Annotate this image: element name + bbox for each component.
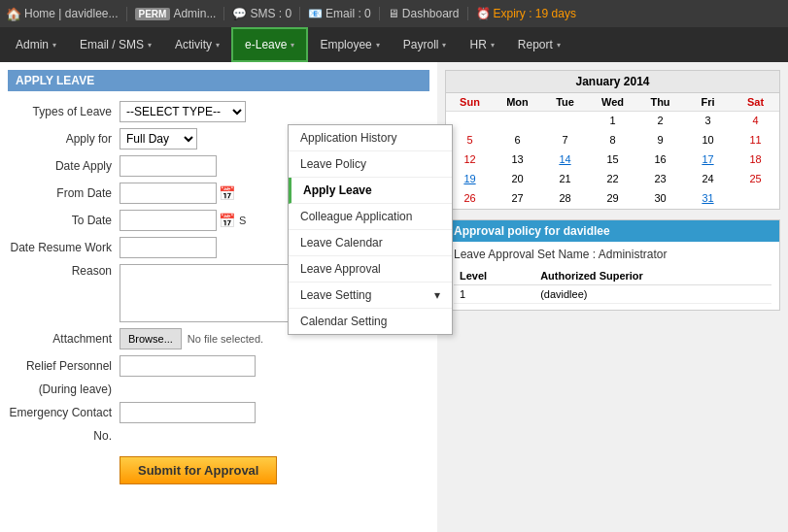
to-date-calendar-icon[interactable]: 📅 xyxy=(219,213,235,228)
cal-cell xyxy=(446,112,494,131)
top-bar: 🏠 Home | davidlee... PERM Admin... 💬 SMS… xyxy=(0,0,788,27)
submit-row: Submit for Approval xyxy=(8,449,429,484)
date-apply-input[interactable]: 2014-01-14 xyxy=(120,155,217,177)
nav-employee-label: Employee xyxy=(320,38,371,51)
nav-employee[interactable]: Employee ▾ xyxy=(308,27,391,62)
home-item[interactable]: 🏠 Home | davidlee... xyxy=(6,7,127,21)
attachment-label: Attachment xyxy=(8,332,120,346)
types-of-leave-label: Types of Leave xyxy=(8,105,120,118)
during-leave-label: (During leave) xyxy=(8,382,120,396)
dropdown-item-colleague-app[interactable]: Colleague Application xyxy=(289,204,452,230)
expiry-label: Expiry : 19 days xyxy=(494,7,576,20)
approval-level: 1 xyxy=(454,285,534,304)
calendar-title: January 2014 xyxy=(446,71,779,92)
no-label: No. xyxy=(8,429,120,443)
cal-cell-17[interactable]: 17 xyxy=(684,150,732,170)
leave-setting-label: Leave Setting xyxy=(300,288,371,302)
cal-cell: 6 xyxy=(494,131,541,150)
nav-payroll-label: Payroll xyxy=(403,38,439,51)
cal-cell: 16 xyxy=(636,150,684,170)
cal-cell-14[interactable]: 14 xyxy=(541,150,589,170)
types-of-leave-select[interactable]: --SELECT TYPE-- xyxy=(120,101,246,122)
col-level: Level xyxy=(454,267,534,285)
cal-header-sat: Sat xyxy=(732,93,779,112)
dashboard-item[interactable]: 🖥 Dashboard xyxy=(388,7,468,20)
sms-icon: 💬 xyxy=(232,7,247,20)
cal-cell: 28 xyxy=(541,189,589,209)
to-date-label: To Date xyxy=(8,214,120,227)
nav-payroll[interactable]: Payroll ▾ xyxy=(392,27,459,62)
nav-hr[interactable]: HR ▾ xyxy=(458,27,505,62)
browse-button[interactable]: Browse... xyxy=(120,328,182,349)
approval-header: Approval policy for davidlee xyxy=(446,220,779,242)
cal-cell: 27 xyxy=(494,189,541,209)
during-leave-row: (During leave) xyxy=(8,382,429,396)
cal-cell: 18 xyxy=(732,150,779,170)
home-label: Home | davidlee... xyxy=(24,7,119,20)
section-title: APPLY LEAVE xyxy=(8,70,429,91)
cal-cell: 30 xyxy=(636,189,684,209)
nav-email-sms[interactable]: Email / SMS ▾ xyxy=(68,27,163,62)
apply-for-select[interactable]: Full Day xyxy=(120,128,197,150)
calendar: January 2014 Sun Mon Tue Wed Thu Fri Sat… xyxy=(445,70,780,210)
dropdown-item-app-history[interactable]: Application History xyxy=(289,125,452,151)
emergency-row: Emergency Contact xyxy=(8,402,429,423)
dropdown-item-leave-policy[interactable]: Leave Policy xyxy=(289,151,452,178)
cal-cell: 13 xyxy=(494,150,541,170)
cal-cell: 26 xyxy=(446,189,494,209)
approval-row: 1 (davidlee) xyxy=(454,285,771,304)
date-apply-label: Date Apply xyxy=(8,159,120,173)
relief-label: Relief Personnel xyxy=(8,359,120,373)
dashboard-label: Dashboard xyxy=(402,7,460,20)
nav-admin[interactable]: Admin ▾ xyxy=(4,27,68,62)
approval-set-value: Administrator xyxy=(599,248,668,261)
apply-for-label: Apply for xyxy=(8,132,120,146)
cal-cell: 25 xyxy=(732,170,779,189)
submenu-arrow-icon: ▾ xyxy=(434,288,440,302)
cal-cell: 29 xyxy=(589,189,636,209)
dashboard-icon: 🖥 xyxy=(388,7,399,20)
date-resume-input[interactable] xyxy=(120,237,217,258)
nav-e-leave-label: e-Leave xyxy=(245,38,287,51)
email-icon: 📧 xyxy=(308,7,323,20)
cal-header-wed: Wed xyxy=(589,93,636,112)
nav-report[interactable]: Report ▾ xyxy=(506,27,572,62)
perm-item: PERM Admin... xyxy=(135,7,225,20)
approval-set-label: Leave Approval Set Name : xyxy=(454,248,596,261)
nav-admin-label: Admin xyxy=(16,38,49,51)
relief-input[interactable] xyxy=(120,355,256,377)
approval-panel: Approval policy for davidlee Leave Appro… xyxy=(445,219,780,311)
right-panel: January 2014 Sun Mon Tue Wed Thu Fri Sat… xyxy=(437,62,788,532)
nav-activity-label: Activity xyxy=(175,38,212,51)
cal-cell xyxy=(494,112,541,131)
from-date-calendar-icon[interactable]: 📅 xyxy=(219,185,235,201)
chevron-down-icon: ▾ xyxy=(216,41,220,50)
nav-activity[interactable]: Activity ▾ xyxy=(163,27,231,62)
submit-button[interactable]: Submit for Approval xyxy=(120,456,277,484)
e-leave-dropdown: Application History Leave Policy Apply L… xyxy=(288,124,453,335)
cal-cell: 11 xyxy=(732,131,779,150)
dropdown-item-leave-setting[interactable]: Leave Setting ▾ xyxy=(289,283,452,309)
to-date-input[interactable]: 2014-01-14 xyxy=(120,210,217,231)
cal-cell: 4 xyxy=(732,112,779,131)
attachment-control: Browse... No file selected. xyxy=(120,328,263,349)
expiry-item: ⏰ Expiry : 19 days xyxy=(476,7,584,20)
nav-e-leave[interactable]: e-Leave ▾ xyxy=(231,27,308,62)
cal-cell: 8 xyxy=(589,131,636,150)
cal-cell xyxy=(541,112,589,131)
from-date-input[interactable]: 2014-01-14 xyxy=(120,183,217,204)
cal-cell-31[interactable]: 31 xyxy=(684,189,732,209)
expiry-icon: ⏰ xyxy=(476,7,491,20)
cal-cell: 22 xyxy=(589,170,636,189)
dropdown-item-apply-leave[interactable]: Apply Leave xyxy=(289,178,452,204)
emergency-input[interactable] xyxy=(120,402,256,423)
dropdown-item-calendar-setting[interactable]: Calendar Setting xyxy=(289,309,452,334)
dropdown-item-leave-approval[interactable]: Leave Approval xyxy=(289,256,452,283)
approval-set-name: Leave Approval Set Name : Administrator xyxy=(454,248,771,261)
types-of-leave-row: Types of Leave --SELECT TYPE-- xyxy=(8,101,429,122)
sms-item: 💬 SMS : 0 xyxy=(232,7,300,20)
col-superior: Authorized Superior xyxy=(534,267,771,285)
dropdown-item-leave-calendar[interactable]: Leave Calendar xyxy=(289,230,452,256)
cal-cell-19[interactable]: 19 xyxy=(446,170,494,189)
reason-label: Reason xyxy=(8,264,120,278)
